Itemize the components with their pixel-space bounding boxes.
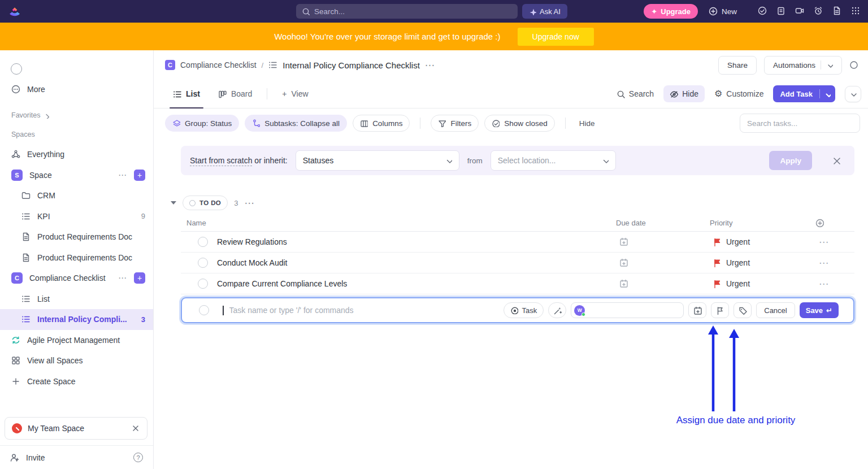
cancel-button[interactable]: Cancel: [756, 302, 795, 318]
sidebar-item-internal-policy-compliance[interactable]: Internal Policy Compli... 3: [0, 309, 153, 330]
new-button[interactable]: New: [706, 4, 739, 19]
hide-tool[interactable]: Hide: [663, 85, 705, 102]
doc-icon[interactable]: [832, 6, 843, 16]
sidebar-item-everything[interactable]: Everything: [0, 144, 153, 165]
video-icon[interactable]: [795, 6, 805, 16]
check-circle-icon[interactable]: [758, 6, 768, 16]
urgent-flag-icon[interactable]: [713, 259, 722, 267]
tags-button[interactable]: [734, 302, 752, 318]
tab-list[interactable]: List: [165, 80, 208, 108]
invite-row[interactable]: Invite ?: [0, 445, 153, 469]
task-name[interactable]: Compare Current Compliance Levels: [217, 279, 616, 288]
set-due-date-icon[interactable]: [619, 279, 629, 289]
help-icon[interactable]: ?: [133, 453, 143, 462]
add-to-compliance-button[interactable]: +: [134, 272, 145, 284]
breadcrumb-options-icon[interactable]: ⋯: [425, 60, 435, 70]
share-button[interactable]: Share: [718, 56, 757, 75]
new-task-row[interactable]: Task name or type '/' for commands Task …: [181, 297, 854, 323]
apply-button[interactable]: Apply: [769, 151, 812, 170]
statuses-select[interactable]: Statuses: [296, 150, 459, 171]
table-row[interactable]: Conduct Mock Audit Urgent ⋯: [181, 253, 854, 273]
table-row[interactable]: Review Regulations Urgent ⋯: [181, 232, 854, 253]
assignee-field[interactable]: W: [571, 302, 684, 318]
priority-value[interactable]: Urgent: [726, 258, 750, 267]
ai-write-button[interactable]: [548, 302, 566, 318]
assignee-avatar[interactable]: W: [574, 305, 585, 316]
sidebar-item-list[interactable]: List: [0, 289, 153, 310]
apps-grid-icon[interactable]: [851, 6, 861, 16]
spaces-header[interactable]: Spaces: [0, 127, 153, 142]
sidebar-item-kpi[interactable]: KPI 9: [0, 206, 153, 227]
upgrade-button[interactable]: ✦ Upgrade: [644, 4, 698, 19]
sidebar-item-agile-project-management[interactable]: Agile Project Management: [0, 330, 153, 351]
add-task-button[interactable]: Add Task: [773, 85, 835, 102]
search-tool[interactable]: Search: [617, 89, 654, 98]
subtasks-chip[interactable]: Subtasks: Collapse all: [245, 115, 347, 132]
column-name[interactable]: Name: [181, 219, 616, 227]
automations-button[interactable]: Automations: [764, 56, 842, 75]
favorites-header[interactable]: Favorites: [0, 108, 153, 123]
sidebar-item-product-requirements-doc-1[interactable]: Product Requirements Doc: [0, 227, 153, 247]
sidebar-item-crm[interactable]: CRM: [0, 185, 153, 206]
upgrade-now-button[interactable]: Upgrade now: [518, 28, 594, 46]
close-icon[interactable]: [832, 157, 841, 165]
columns-chip[interactable]: Columns: [353, 115, 410, 132]
task-status-circle[interactable]: [198, 279, 208, 289]
add-to-space-button[interactable]: +: [134, 170, 145, 181]
close-icon[interactable]: [131, 424, 140, 433]
customize-tool[interactable]: ⚙ Customize: [714, 89, 763, 98]
sidebar-item-create-space[interactable]: Create Space: [0, 371, 153, 392]
task-status-circle[interactable]: [198, 237, 208, 247]
column-priority[interactable]: Priority: [710, 219, 814, 227]
activity-circle-icon[interactable]: [849, 60, 859, 70]
column-due-date[interactable]: Due date: [616, 219, 710, 227]
tab-board[interactable]: Board: [210, 80, 260, 108]
add-view-button[interactable]: + View: [274, 80, 316, 108]
row-options-icon[interactable]: ⋯: [819, 278, 829, 290]
urgent-flag-icon[interactable]: [713, 280, 722, 288]
group-by-chip[interactable]: Group: Status: [165, 115, 239, 132]
row-options-icon[interactable]: ⋯: [819, 236, 829, 248]
urgent-flag-icon[interactable]: [713, 238, 722, 246]
sidebar-item-space[interactable]: S Space ⋯ +: [0, 165, 153, 186]
filters-chip[interactable]: Filters: [431, 115, 479, 132]
location-select[interactable]: Select location...: [491, 150, 616, 171]
add-task-dropdown[interactable]: [820, 91, 835, 97]
priority-value[interactable]: Urgent: [726, 237, 750, 246]
task-name[interactable]: Conduct Mock Audit: [217, 258, 616, 267]
hide-filter-button[interactable]: Hide: [576, 119, 598, 128]
show-closed-chip[interactable]: Show closed: [484, 115, 555, 132]
add-column-button[interactable]: [814, 219, 854, 227]
collapse-header-button[interactable]: [845, 86, 861, 102]
save-button[interactable]: Save ↵: [800, 302, 839, 318]
item-options-icon[interactable]: ⋯: [118, 170, 127, 180]
due-date-button[interactable]: [688, 302, 706, 318]
breadcrumb-parent[interactable]: Compliance Checklist: [180, 60, 257, 70]
team-space-card[interactable]: My Team Space: [5, 417, 147, 440]
sidebar-more[interactable]: More: [0, 79, 153, 100]
item-options-icon[interactable]: ⋯: [118, 273, 127, 283]
row-options-icon[interactable]: ⋯: [819, 257, 829, 269]
table-row[interactable]: Compare Current Compliance Levels Urgent…: [181, 273, 854, 294]
sidebar-item-compliance-checklist[interactable]: C Compliance Checklist ⋯ +: [0, 268, 153, 289]
new-task-input[interactable]: Task name or type '/' for commands: [229, 306, 499, 315]
task-name[interactable]: Review Regulations: [217, 237, 616, 246]
global-search[interactable]: [296, 4, 518, 19]
clipboard-icon[interactable]: [776, 6, 787, 16]
priority-value[interactable]: Urgent: [726, 279, 750, 288]
task-search[interactable]: [740, 114, 860, 133]
sidebar-item-product-requirements-doc-2[interactable]: Product Requirements Doc: [0, 247, 153, 268]
alarm-clock-icon[interactable]: [814, 6, 824, 16]
set-due-date-icon[interactable]: [619, 258, 629, 268]
task-type-button[interactable]: Task: [504, 302, 544, 318]
clickup-logo[interactable]: [8, 5, 21, 18]
task-search-input[interactable]: [747, 119, 853, 128]
ask-ai-button[interactable]: Ask AI: [522, 4, 567, 19]
sidebar-item-view-all-spaces[interactable]: View all Spaces: [0, 350, 153, 371]
set-due-date-icon[interactable]: [619, 237, 629, 247]
status-pill[interactable]: TO DO: [183, 196, 228, 210]
priority-button[interactable]: [711, 302, 729, 318]
start-from-scratch-link[interactable]: Start from scratch: [190, 156, 252, 166]
group-options-icon[interactable]: ⋯: [244, 198, 254, 208]
global-search-input[interactable]: [314, 7, 512, 16]
